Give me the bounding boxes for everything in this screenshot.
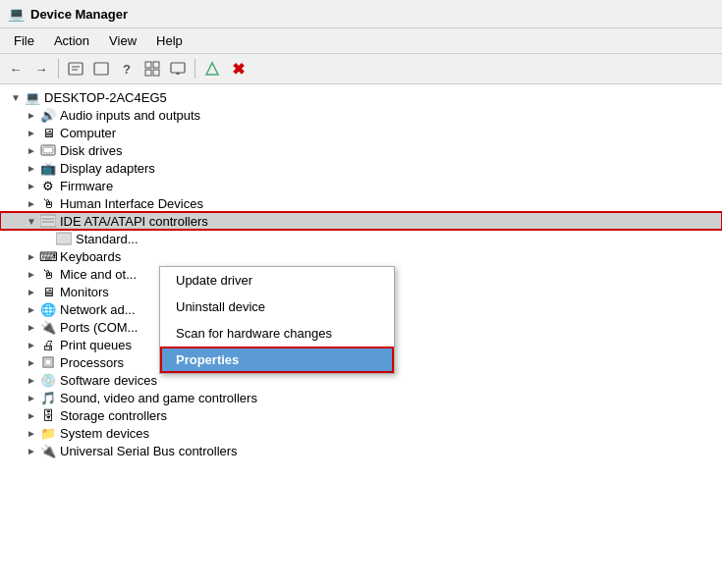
properties-button[interactable] — [64, 57, 87, 80]
ide-label: IDE ATA/ATAPI controllers — [60, 214, 722, 229]
expand-ide[interactable]: ▼ — [24, 213, 39, 229]
update-driver-button[interactable] — [89, 57, 113, 80]
audio-label: Audio inputs and outputs — [60, 108, 722, 123]
ctx-uninstall-device[interactable]: Uninstall device — [160, 294, 394, 320]
usb-label: Universal Serial Bus controllers — [60, 444, 722, 458]
system-icon: 📁 — [39, 425, 57, 441]
expand-standard[interactable] — [39, 231, 55, 246]
ide-icon — [39, 213, 57, 229]
expand-root[interactable]: ▼ — [8, 89, 24, 105]
expand-storage[interactable]: ► — [24, 407, 39, 423]
svg-rect-7 — [153, 70, 159, 76]
ctx-update-driver[interactable]: Update driver — [160, 267, 394, 294]
menu-action[interactable]: Action — [44, 30, 99, 51]
display-icon: 📺 — [39, 160, 57, 176]
tree-item-storage[interactable]: ► 🗄 Storage controllers — [0, 406, 722, 424]
menu-bar: File Action View Help — [0, 28, 722, 54]
expand-disk[interactable]: ► — [24, 142, 39, 158]
monitor-button[interactable] — [166, 57, 190, 80]
device-action-button[interactable] — [200, 57, 224, 80]
tree-item-sound[interactable]: ► 🎵 Sound, video and game controllers — [0, 389, 722, 406]
display-label: Display adapters — [60, 161, 722, 176]
firmware-icon: ⚙ — [39, 178, 57, 193]
computer-label: Computer — [60, 126, 722, 140]
svg-rect-4 — [145, 62, 151, 68]
tree-item-disk[interactable]: ► Disk drives — [0, 141, 722, 159]
software-icon: 💿 — [39, 372, 57, 388]
expand-sound[interactable]: ► — [24, 390, 39, 405]
tree-item-audio[interactable]: ► 🔊 Audio inputs and outputs — [0, 106, 722, 124]
mice-icon: 🖱 — [39, 266, 57, 282]
help-button[interactable]: ? — [115, 57, 139, 80]
expand-system[interactable]: ► — [24, 425, 39, 441]
hid-icon: 🖱 — [39, 195, 57, 211]
svg-rect-6 — [145, 70, 151, 76]
svg-rect-17 — [56, 233, 72, 244]
storage-label: Storage controllers — [60, 408, 722, 423]
expand-monitors[interactable]: ► — [24, 284, 39, 299]
root-label: DESKTOP-2AC4EG5 — [44, 90, 722, 105]
back-button[interactable]: ← — [4, 57, 28, 80]
svg-rect-3 — [94, 63, 108, 75]
svg-rect-13 — [43, 147, 53, 153]
tree-item-ide[interactable]: ▼ IDE ATA/ATAPI controllers — [0, 212, 722, 230]
network-icon: 🌐 — [39, 301, 57, 317]
forward-button[interactable]: → — [29, 57, 53, 80]
expand-ports[interactable]: ► — [24, 319, 39, 335]
ctx-properties[interactable]: Properties — [160, 347, 394, 373]
software-label: Software devices — [60, 373, 722, 388]
menu-file[interactable]: File — [4, 30, 44, 51]
tree-item-keyboards[interactable]: ► ⌨ Keyboards — [0, 247, 722, 265]
app-icon: 💻 — [8, 6, 25, 22]
tree-item-firmware[interactable]: ► ⚙ Firmware — [0, 177, 722, 194]
expand-firmware[interactable]: ► — [24, 178, 39, 193]
separator-2 — [194, 59, 195, 79]
expand-mice[interactable]: ► — [24, 266, 39, 282]
svg-rect-19 — [45, 359, 51, 365]
main-area: ▼ 💻 DESKTOP-2AC4EG5 ► 🔊 Audio inputs and… — [0, 84, 722, 579]
view-button[interactable] — [140, 57, 164, 80]
tree-item-hid[interactable]: ► 🖱 Human Interface Devices — [0, 194, 722, 212]
expand-hid[interactable]: ► — [24, 195, 39, 211]
tree-root[interactable]: ▼ 💻 DESKTOP-2AC4EG5 — [0, 88, 722, 106]
expand-computer[interactable]: ► — [24, 125, 39, 140]
expand-print[interactable]: ► — [24, 337, 39, 352]
system-label: System devices — [60, 426, 722, 441]
tree-item-usb[interactable]: ► 🔌 Universal Serial Bus controllers — [0, 442, 722, 459]
tree-item-display[interactable]: ► 📺 Display adapters — [0, 159, 722, 177]
svg-rect-5 — [153, 62, 159, 68]
audio-icon: 🔊 — [39, 107, 57, 123]
tree-item-system[interactable]: ► 📁 System devices — [0, 424, 722, 442]
tree-item-standard[interactable]: Standard... — [0, 230, 722, 247]
remove-button[interactable]: ✖ — [226, 57, 250, 80]
hid-label: Human Interface Devices — [60, 196, 722, 211]
ctx-scan-hardware[interactable]: Scan for hardware changes — [160, 320, 394, 347]
disk-icon — [39, 142, 57, 158]
svg-rect-14 — [40, 215, 56, 227]
monitors-icon: 🖥 — [39, 284, 57, 299]
expand-keyboards[interactable]: ► — [24, 248, 39, 264]
standard-icon — [55, 231, 73, 246]
tree-item-computer[interactable]: ► 🖥 Computer — [0, 124, 722, 141]
expand-software[interactable]: ► — [24, 372, 39, 388]
firmware-label: Firmware — [60, 179, 722, 193]
usb-icon: 🔌 — [39, 443, 57, 458]
svg-rect-18 — [43, 357, 53, 367]
menu-view[interactable]: View — [99, 30, 146, 51]
keyboards-label: Keyboards — [60, 249, 722, 264]
title-bar: 💻 Device Manager — [0, 0, 722, 28]
expand-usb[interactable]: ► — [24, 443, 39, 458]
expand-audio[interactable]: ► — [24, 107, 39, 123]
disk-label: Disk drives — [60, 143, 722, 158]
standard-label: Standard... — [76, 232, 722, 246]
menu-help[interactable]: Help — [146, 30, 193, 51]
root-icon: 💻 — [24, 89, 41, 105]
expand-network[interactable]: ► — [24, 301, 39, 317]
toolbar: ← → ? ✖ — [0, 54, 722, 84]
processors-icon — [39, 354, 57, 370]
keyboard-icon: ⌨ — [39, 248, 57, 264]
svg-rect-8 — [171, 63, 185, 73]
expand-display[interactable]: ► — [24, 160, 39, 176]
expand-processors[interactable]: ► — [24, 354, 39, 370]
computer-icon: 🖥 — [39, 125, 57, 140]
